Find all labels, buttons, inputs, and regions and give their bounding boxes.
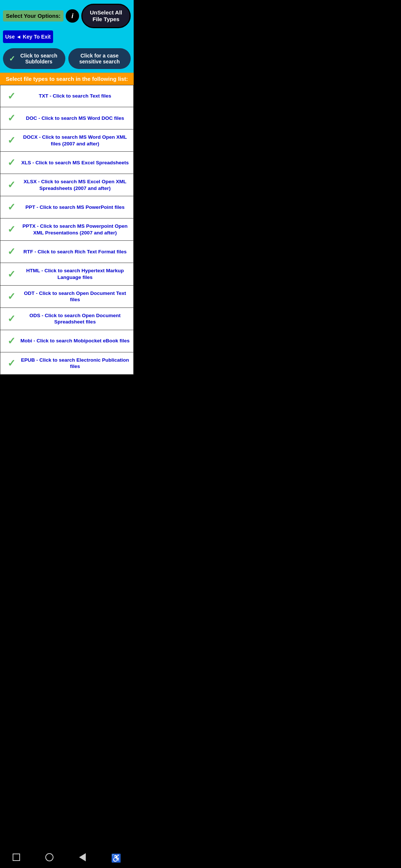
file-type-item-doc[interactable]: ✓DOC - Click to search MS Word DOC files xyxy=(0,107,134,129)
file-check-icon-xlsx: ✓ xyxy=(3,179,20,191)
case-sensitive-label: Click for a case sensitive search xyxy=(74,53,125,65)
file-type-label-mobi: Mobi - Click to search Mobipocket eBook … xyxy=(20,338,130,344)
checkmark-icon: ✓ xyxy=(9,54,15,63)
file-type-list: ✓TXT - Click to search Text files✓DOC - … xyxy=(0,85,134,375)
file-type-item-mobi[interactable]: ✓Mobi - Click to search Mobipocket eBook… xyxy=(0,330,134,352)
file-type-item-rtf[interactable]: ✓RTF - Click to search Rich Text Format … xyxy=(0,241,134,263)
file-check-icon-rtf: ✓ xyxy=(3,246,20,257)
file-type-label-html: HTML - Click to search Hypertext Markup … xyxy=(20,267,130,280)
file-type-item-odt[interactable]: ✓ODT - Click to search Open Document Tex… xyxy=(0,286,134,308)
file-type-label-xls: XLS - Click to search MS Excel Spreadshe… xyxy=(20,160,130,166)
file-type-item-ppt[interactable]: ✓PPT - Click to search MS PowerPoint fil… xyxy=(0,196,134,218)
case-sensitive-button[interactable]: Click for a case sensitive search xyxy=(68,48,131,69)
file-type-label-docx: DOCX - Click to search MS Word Open XML … xyxy=(20,134,130,147)
file-check-icon-ppt: ✓ xyxy=(3,201,20,213)
file-type-item-ods[interactable]: ✓ODS - Click to search Open Document Spr… xyxy=(0,308,134,330)
file-type-label-doc: DOC - Click to search MS Word DOC files xyxy=(20,115,130,122)
search-subfolders-label: Click to search Subfolders xyxy=(18,53,59,65)
file-check-icon-html: ✓ xyxy=(3,269,20,280)
file-type-item-pptx[interactable]: ✓PPTX - Click to search MS Powerpoint Op… xyxy=(0,218,134,241)
file-type-label-rtf: RTF - Click to search Rich Text Format f… xyxy=(20,249,130,255)
file-check-icon-txt: ✓ xyxy=(3,91,20,102)
file-type-label-pptx: PPTX - Click to search MS Powerpoint Ope… xyxy=(20,223,130,236)
file-check-icon-ods: ✓ xyxy=(3,313,20,325)
file-type-label-xlsx: XLSX - Click to search MS Excel Open XML… xyxy=(20,178,130,191)
select-your-label: Select Your Options: xyxy=(3,10,63,22)
header: Select Your Options: i UnSelect All File… xyxy=(0,0,134,46)
file-type-item-docx[interactable]: ✓DOCX - Click to search MS Word Open XML… xyxy=(0,129,134,152)
use-key-button[interactable]: Use ◄ Key To Exit xyxy=(3,30,53,43)
file-type-label-ods: ODS - Click to search Open Document Spre… xyxy=(20,312,130,325)
file-check-icon-xls: ✓ xyxy=(3,157,20,168)
file-check-icon-docx: ✓ xyxy=(3,135,20,146)
unselect-all-button[interactable]: UnSelect All File Types xyxy=(81,4,131,28)
options-row: ✓ Click to search Subfolders Click for a… xyxy=(0,46,134,73)
file-type-label-ppt: PPT - Click to search MS PowerPoint file… xyxy=(20,204,130,211)
file-check-icon-odt: ✓ xyxy=(3,291,20,302)
file-check-icon-epub: ✓ xyxy=(3,358,20,369)
file-type-item-html[interactable]: ✓HTML - Click to search Hypertext Markup… xyxy=(0,263,134,285)
file-type-label-epub: EPUB - Click to search Electronic Public… xyxy=(20,357,130,370)
file-type-item-txt[interactable]: ✓TXT - Click to search Text files xyxy=(0,85,134,107)
file-type-label-odt: ODT - Click to search Open Document Text… xyxy=(20,290,130,303)
file-type-item-xls[interactable]: ✓XLS - Click to search MS Excel Spreadsh… xyxy=(0,152,134,174)
file-type-label-txt: TXT - Click to search Text files xyxy=(20,93,130,99)
search-subfolders-button[interactable]: ✓ Click to search Subfolders xyxy=(3,48,65,69)
info-icon[interactable]: i xyxy=(66,9,79,23)
file-check-icon-doc: ✓ xyxy=(3,112,20,124)
file-check-icon-mobi: ✓ xyxy=(3,335,20,347)
file-type-item-xlsx[interactable]: ✓XLSX - Click to search MS Excel Open XM… xyxy=(0,174,134,196)
file-type-item-epub[interactable]: ✓EPUB - Click to search Electronic Publi… xyxy=(0,352,134,375)
file-types-banner: Select file types to search in the follo… xyxy=(0,73,134,85)
file-check-icon-pptx: ✓ xyxy=(3,224,20,235)
